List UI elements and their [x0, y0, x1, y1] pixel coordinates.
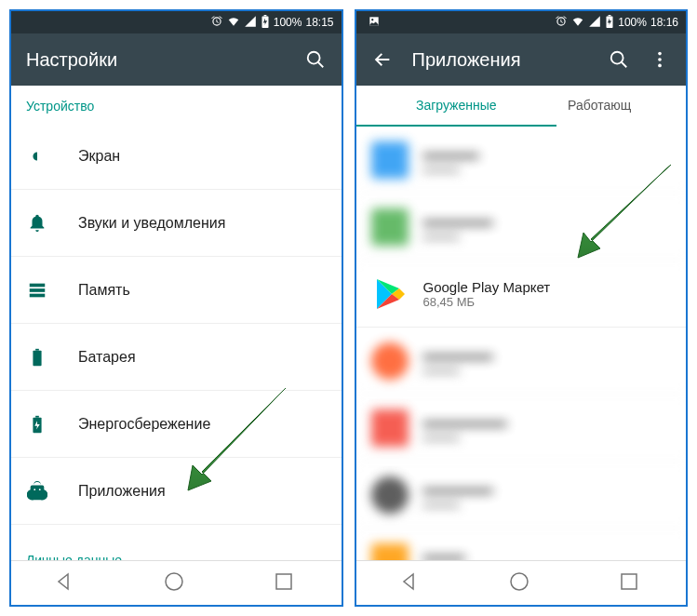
app-item-google-play[interactable]: Google Play Маркет 68,45 МБ — [356, 261, 687, 328]
svg-point-2 — [307, 52, 319, 64]
battery-icon — [605, 15, 614, 31]
svg-point-11 — [34, 489, 35, 490]
svg-rect-8 — [35, 348, 39, 350]
phone-settings: 100% 18:15 Настройки Устройство Экран Зв… — [9, 9, 343, 607]
svg-rect-25 — [622, 574, 637, 589]
status-bar: 100% 18:16 — [356, 11, 687, 33]
svg-rect-6 — [30, 293, 46, 297]
svg-point-22 — [658, 58, 662, 61]
svg-point-16 — [371, 19, 373, 20]
settings-label: Батарея — [78, 349, 136, 366]
svg-rect-5 — [30, 288, 46, 292]
nav-bar — [356, 560, 687, 605]
recent-button[interactable] — [273, 570, 299, 596]
svg-rect-14 — [276, 574, 291, 589]
settings-label: Приложения — [78, 483, 166, 500]
apps-icon — [26, 480, 48, 502]
settings-list: Устройство Экран Звуки и уведомления Пам… — [11, 86, 342, 560]
search-icon[interactable] — [608, 48, 630, 71]
list-item[interactable]: ▬▬▬▬▬▬▬ — [356, 127, 687, 194]
tab-running[interactable]: Работающ — [556, 86, 686, 127]
settings-item-battery[interactable]: Батарея — [11, 324, 342, 391]
svg-point-21 — [658, 52, 662, 56]
page-title: Настройки — [26, 49, 286, 71]
list-item[interactable]: ▬▬▬▬▬▬▬▬ — [356, 462, 687, 529]
alarm-icon — [210, 15, 223, 31]
recent-button[interactable] — [618, 570, 644, 596]
svg-point-19 — [611, 52, 623, 64]
settings-label: Экран — [78, 148, 120, 165]
toolbar: Приложения — [356, 33, 687, 86]
app-info: Google Play Маркет 68,45 МБ — [423, 279, 551, 309]
wifi-icon — [227, 15, 240, 31]
app-name: Google Play Маркет — [423, 279, 551, 295]
home-button[interactable] — [508, 570, 534, 596]
svg-point-13 — [166, 573, 182, 590]
nav-bar — [11, 560, 342, 605]
page-title: Приложения — [412, 49, 590, 71]
settings-item-storage[interactable]: Память — [11, 257, 342, 324]
app-list[interactable]: ▬▬▬▬▬▬▬ ▬▬▬▬▬▬▬▬ Google Play Маркет 68,4… — [356, 127, 687, 560]
search-icon[interactable] — [304, 48, 327, 71]
status-bar: 100% 18:15 — [11, 11, 342, 33]
home-button[interactable] — [163, 570, 189, 596]
svg-rect-10 — [35, 415, 39, 417]
toolbar: Настройки — [11, 33, 342, 86]
list-item[interactable]: ▬▬▬▬▬▬▬▬ — [356, 328, 687, 395]
settings-item-apps[interactable]: Приложения — [11, 458, 342, 525]
svg-point-23 — [658, 64, 662, 68]
wifi-icon — [571, 15, 584, 31]
battery-percent: 100% — [618, 16, 647, 29]
list-item[interactable]: ▬▬▬▬▬▬ — [356, 529, 687, 560]
back-button[interactable] — [53, 570, 79, 596]
signal-icon — [588, 15, 601, 31]
svg-line-3 — [317, 62, 323, 68]
settings-label: Звуки и уведомления — [78, 215, 225, 232]
overflow-icon[interactable] — [649, 48, 671, 71]
back-icon[interactable] — [371, 48, 394, 71]
battery-icon — [261, 15, 270, 31]
tabs: Загруженные Работающ — [356, 86, 687, 127]
google-play-icon — [371, 275, 409, 313]
svg-rect-4 — [30, 283, 46, 287]
tab-downloaded[interactable]: Загруженные — [356, 86, 557, 127]
svg-line-20 — [622, 62, 627, 68]
settings-label: Память — [78, 282, 130, 299]
back-button[interactable] — [398, 570, 424, 596]
alarm-icon — [555, 15, 568, 31]
list-item[interactable]: ▬▬▬▬▬▬▬▬ — [356, 194, 687, 261]
settings-item-energy[interactable]: Энергосбережение — [11, 391, 342, 458]
settings-label: Энергосбережение — [78, 416, 210, 433]
clock: 18:15 — [305, 16, 333, 29]
energy-icon — [26, 413, 48, 435]
app-size: 68,45 МБ — [423, 295, 551, 309]
screenshot-icon — [368, 15, 381, 31]
section-header-device: Устройство — [11, 86, 342, 123]
svg-point-24 — [511, 573, 528, 590]
settings-item-sound[interactable]: Звуки и уведомления — [11, 190, 342, 257]
svg-rect-18 — [609, 15, 611, 16]
signal-icon — [244, 15, 257, 31]
svg-rect-1 — [263, 15, 266, 16]
battery-percent: 100% — [274, 16, 302, 29]
display-icon — [26, 145, 48, 167]
bell-icon — [26, 212, 48, 234]
svg-rect-7 — [33, 350, 41, 366]
list-item[interactable]: ▬▬▬▬▬▬▬▬▬ — [356, 395, 687, 462]
settings-item-display[interactable]: Экран — [11, 123, 342, 190]
phone-apps: 100% 18:16 Приложения Загруженные Работа… — [355, 9, 689, 607]
svg-point-12 — [39, 489, 41, 490]
battery-icon — [26, 346, 48, 368]
storage-icon — [26, 279, 48, 301]
section-header-personal: Личные данные — [11, 540, 342, 560]
clock: 18:16 — [650, 16, 678, 29]
